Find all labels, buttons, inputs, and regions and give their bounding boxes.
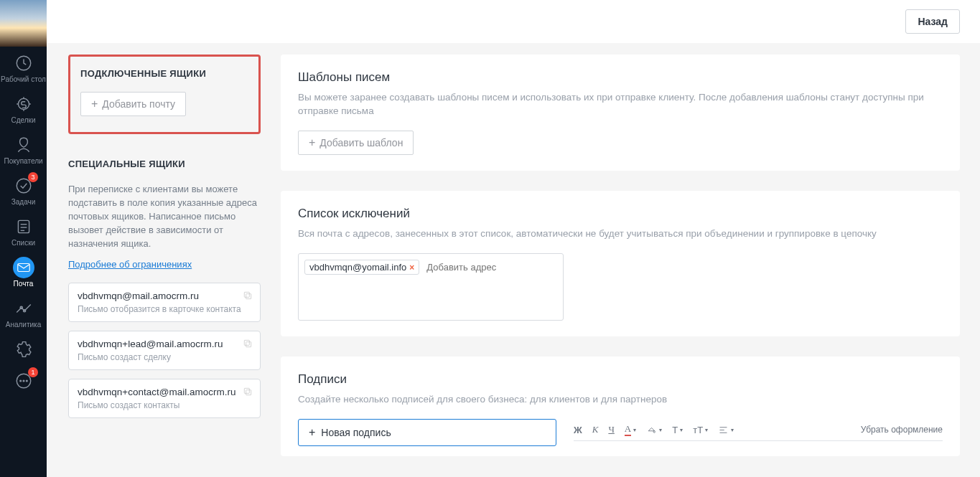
mailbox-sub: Письмо отобразится в карточке контакта [78,304,251,314]
nav-analytics[interactable]: Аналитика [0,292,47,333]
caret-down-icon: ▾ [680,427,683,433]
buyers-icon [13,134,34,156]
svg-rect-7 [17,264,29,272]
signature-row: + Новая подпись Ж К Ч А ▾ ▾ [298,419,943,446]
add-template-label: Добавить шаблон [319,137,403,148]
plus-icon: + [91,99,98,109]
nav-label: Аналитика [6,321,42,329]
toolbar-underline[interactable]: Ч [608,424,614,435]
nav-label: Покупатели [4,157,42,165]
svg-point-10 [17,374,31,388]
copy-icon[interactable] [243,339,253,349]
analytics-icon [13,298,34,319]
add-template-button[interactable]: + Добавить шаблон [298,131,414,155]
settings-right-column: Шаблоны писем Вы можете заранее создават… [271,43,980,477]
caret-down-icon: ▾ [659,427,662,433]
editor-toolbar: Ж К Ч А ▾ ▾ T▾ тT▾ [574,419,943,441]
nav-label: Списки [11,239,35,247]
add-signature-label: Новая подпись [321,427,391,438]
svg-rect-19 [244,388,249,393]
nav-label: Рабочий стол [1,75,46,83]
toolbar-clear-format[interactable]: Убрать оформление [861,425,943,435]
nav-lists[interactable]: Списки [0,210,47,251]
svg-rect-15 [244,292,249,297]
toolbar-bold[interactable]: Ж [574,425,582,435]
special-mailbox-card[interactable]: vbdhvmqn+contact@mail.amocrm.ru Письмо с… [68,379,261,418]
toolbar-font-size[interactable]: T▾ [672,425,683,435]
svg-rect-16 [246,342,251,347]
special-desc: При переписке с клиентами вы можете подс… [68,182,261,250]
avatar[interactable] [0,0,47,47]
caret-down-icon: ▾ [633,427,636,433]
special-title: СПЕЦИАЛЬНЫЕ ЯЩИКИ [68,159,261,169]
connected-title: ПОДКЛЮЧЕННЫЕ ЯЩИКИ [80,68,248,79]
nav-deals[interactable]: Сделки [0,88,47,128]
back-button[interactable]: Назад [905,9,960,34]
exclusion-add-input[interactable] [424,260,550,275]
svg-rect-18 [246,390,251,395]
remove-tag-icon[interactable]: × [409,263,414,273]
settings-left-column: ПОДКЛЮЧЕННЫЕ ЯЩИКИ + Добавить почту СПЕЦ… [55,43,271,477]
nav-label: Сделки [11,116,35,124]
mailbox-address: vbdhvmqn@mail.amocrm.ru [78,291,251,301]
limitations-link[interactable]: Подробнее об ограничениях [68,259,192,270]
mailbox-sub: Письмо создаст сделку [78,352,251,362]
exclusions-title: Список исключений [298,207,943,221]
signatures-title: Подписи [298,372,943,387]
templates-card: Шаблоны писем Вы можете заранее создават… [281,55,960,171]
svg-rect-17 [244,340,249,345]
special-mailbox-card[interactable]: vbdhvmqn+lead@mail.amocrm.ru Письмо созд… [68,331,261,370]
toolbar-fill-color[interactable]: ▾ [646,425,662,435]
topbar: Назад [47,0,980,43]
nav-tasks[interactable]: 3 Задачи [0,169,47,210]
deals-icon [13,93,34,115]
toolbar-italic[interactable]: К [592,424,599,435]
dashboard-icon [13,52,34,74]
badge: 1 [28,367,38,377]
copy-icon[interactable] [243,387,253,397]
add-mailbox-button[interactable]: + Добавить почту [80,92,186,116]
plus-icon: + [309,138,315,148]
svg-point-13 [26,380,27,382]
toolbar-font-color[interactable]: А ▾ [625,423,636,436]
badge: 3 [28,172,38,182]
templates-title: Шаблоны писем [298,70,943,85]
caret-down-icon: ▾ [731,427,734,433]
copy-icon[interactable] [243,291,253,301]
connected-mailboxes-panel: ПОДКЛЮЧЕННЫЕ ЯЩИКИ + Добавить почту [68,55,261,134]
nav-buyers[interactable]: Покупатели [0,128,47,169]
exclusions-desc: Вся почта с адресов, занесенных в этот с… [298,227,943,240]
nav-settings[interactable] [0,333,47,364]
mailbox-address: vbdhvmqn+contact@mail.amocrm.ru [78,387,251,397]
plus-icon: + [309,428,315,438]
exclusions-input-box[interactable]: vbdhvmqn@yomail.info × [298,253,564,321]
svg-point-12 [23,380,24,382]
special-mailbox-card[interactable]: vbdhvmqn@mail.amocrm.ru Письмо отобразит… [68,283,261,322]
exclusion-tag: vbdhvmqn@yomail.info × [304,260,419,275]
toolbar-align[interactable]: ▾ [718,425,734,435]
toolbar-heading[interactable]: тT▾ [693,425,708,435]
lists-icon [13,216,34,237]
svg-point-2 [17,179,31,193]
nav-label: Почта [14,280,34,288]
caret-down-icon: ▾ [705,427,708,433]
content: ПОДКЛЮЧЕННЫЕ ЯЩИКИ + Добавить почту СПЕЦ… [47,43,980,477]
svg-rect-14 [246,294,251,299]
settings-icon [13,339,34,360]
signatures-card: Подписи Создайте несколько подписей для … [281,356,960,456]
add-signature-button[interactable]: + Новая подпись [298,419,556,446]
nav-chat[interactable]: 1 [0,364,47,396]
signatures-desc: Создайте несколько подписей для своего б… [298,392,943,406]
exclusions-card: Список исключений Вся почта с адресов, з… [281,191,960,336]
mail-icon [13,257,34,278]
add-mailbox-label: Добавить почту [102,98,175,110]
nav-sidebar: Рабочий стол Сделки Покупатели 3 Задачи … [0,0,47,477]
templates-desc: Вы можете заранее создавать шаблоны писе… [298,90,943,118]
nav-dashboard[interactable]: Рабочий стол [0,47,47,88]
mailbox-sub: Письмо создаст контакты [78,400,251,410]
page: Назад ПОДКЛЮЧЕННЫЕ ЯЩИКИ + Добавить почт… [47,0,980,477]
mailbox-address: vbdhvmqn+lead@mail.amocrm.ru [78,339,251,349]
nav-mail[interactable]: Почта [0,251,47,292]
toolbar-fontcolor-label: А [625,423,631,436]
nav-label: Задачи [11,198,36,206]
